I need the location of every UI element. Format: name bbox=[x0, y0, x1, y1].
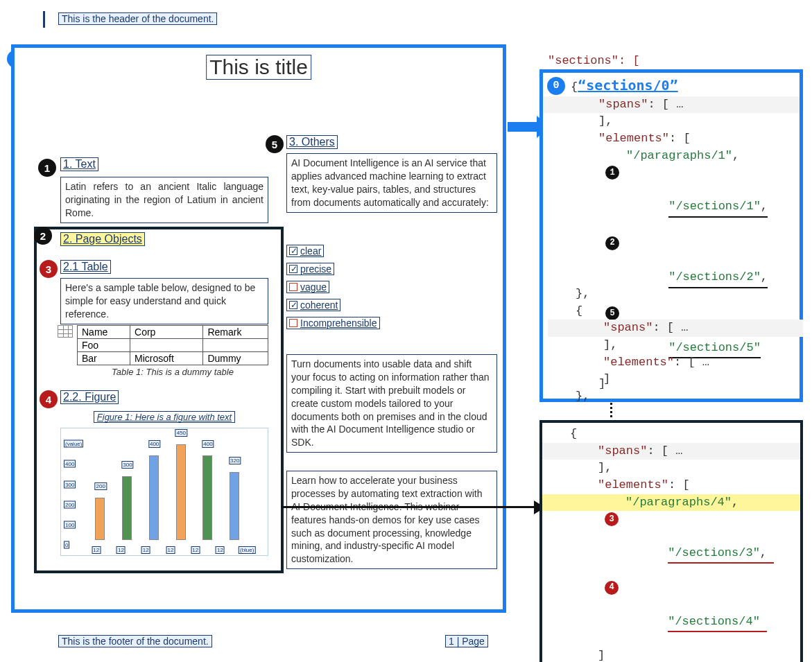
chart-xtick: 12 bbox=[141, 546, 150, 554]
json-line: 3 "/sections/3", bbox=[542, 511, 800, 580]
table-header-cell: Corp bbox=[130, 326, 203, 339]
table-caption: Table 1: This is a dummy table bbox=[77, 367, 268, 377]
chart-bar bbox=[122, 476, 132, 540]
checkbox-icon: ✓ bbox=[289, 265, 297, 273]
checkbox-icon: ✓ bbox=[289, 247, 297, 255]
chart-value-label: 300 bbox=[121, 461, 133, 469]
json-block-bottom: { "spans": [ … ], "elements": [ "/paragr… bbox=[539, 420, 803, 662]
table-row: Foo bbox=[78, 339, 268, 352]
json-line: 1 "/sections/1", bbox=[543, 164, 800, 235]
checkbox-icon bbox=[289, 283, 297, 291]
section-1-paragraph: Latin refers to an ancient Italic langua… bbox=[60, 177, 268, 223]
diagram-canvas: This is the header of the document. 0 Th… bbox=[0, 0, 812, 662]
document-header: This is the header of the document. bbox=[58, 12, 217, 25]
badge-2-json: 2 bbox=[605, 236, 619, 250]
chart-value-label: 400 bbox=[148, 440, 160, 448]
section-3-para1: AI Document Intelligence is an AI servic… bbox=[286, 153, 497, 213]
json-line: ], bbox=[542, 460, 800, 477]
check-precise: ✓precise bbox=[286, 263, 334, 275]
badge-5: 5 bbox=[266, 135, 284, 153]
check-vague: vague bbox=[286, 281, 329, 293]
json-line: ] bbox=[542, 647, 800, 662]
checkbox-icon bbox=[289, 319, 297, 327]
arrow-to-json-top bbox=[508, 122, 538, 132]
document-page: This is title 1 1. Text Latin refers to … bbox=[11, 44, 506, 613]
check-coherent: ✓coherent bbox=[286, 299, 340, 311]
chart-ytick: (value) bbox=[64, 439, 83, 447]
document-title: This is title bbox=[206, 55, 311, 80]
sample-table: Name Corp Remark Foo Bar Microsoft Dummy bbox=[77, 325, 268, 365]
chart-value-label: 320 bbox=[229, 457, 241, 464]
json-sections-open: "sections": [ bbox=[548, 53, 803, 70]
figure-caption: Figure 1: Here is a figure with text bbox=[94, 411, 235, 423]
section-3-para2: Turn documents into usable data and shif… bbox=[286, 354, 497, 453]
json-between: }, { "spans": [ … ], "elements": [ … ] }… bbox=[548, 286, 803, 405]
badge-0-json: 0 bbox=[547, 77, 565, 95]
section-2-2-heading: 2.2. Figure bbox=[60, 390, 119, 404]
check-incomprehensible: Incomprehensible bbox=[286, 317, 380, 329]
section-2-1-heading: 2.1 Table bbox=[60, 260, 111, 274]
chart-xtick: 12 bbox=[216, 546, 225, 554]
chart-xtick: 12 bbox=[166, 546, 175, 554]
chart-value-label: 200 bbox=[95, 482, 107, 490]
json-line: {“sections/0” bbox=[543, 76, 800, 96]
json-line: ], bbox=[543, 113, 800, 130]
table-header-cell: Remark bbox=[203, 326, 268, 339]
table-row: Bar Microsoft Dummy bbox=[78, 352, 268, 365]
chart-bar bbox=[230, 472, 239, 540]
document-footer: This is the footer of the document. bbox=[58, 635, 212, 647]
chart-bar bbox=[176, 444, 186, 540]
table-row: Name Corp Remark bbox=[78, 326, 268, 339]
chart-xtick: 12 bbox=[116, 546, 126, 554]
badge-4: 4 bbox=[40, 390, 58, 408]
table-icon bbox=[58, 325, 73, 338]
badge-1-json: 1 bbox=[605, 166, 619, 180]
json-line: "elements": [ bbox=[542, 477, 800, 494]
arrow-to-json-bottom bbox=[282, 506, 535, 508]
section-3-heading: 3. Others bbox=[286, 135, 338, 149]
chart-ytick: 200 bbox=[64, 500, 76, 508]
chart-xtick: (blue) bbox=[239, 546, 255, 554]
chart-ytick: 100 bbox=[64, 521, 76, 529]
json-line: "/paragraphs/4", bbox=[542, 494, 800, 512]
json-line: 4 "/sections/4" bbox=[542, 580, 800, 648]
badge-3: 3 bbox=[40, 260, 58, 278]
chart-ytick: 400 bbox=[64, 460, 76, 468]
chart-xtick: 12 bbox=[92, 546, 101, 554]
chart-ytick: 300 bbox=[64, 480, 76, 488]
chart-bar bbox=[149, 455, 159, 540]
chart-xtick: 12 bbox=[191, 546, 200, 554]
section-2-1-paragraph: Here's a sample table below, designed to… bbox=[60, 278, 268, 324]
checkbox-icon: ✓ bbox=[289, 301, 297, 309]
section-2-heading: 2. Page Objects bbox=[60, 232, 145, 246]
chart-bar bbox=[202, 455, 212, 540]
badge-2: 2 bbox=[34, 227, 52, 245]
chart-bar bbox=[95, 498, 105, 540]
chart-value-label: 400 bbox=[202, 440, 214, 448]
badge-1: 1 bbox=[38, 159, 56, 177]
json-line: { bbox=[542, 426, 800, 443]
section-1-heading: 1. Text bbox=[60, 157, 98, 171]
chart-ytick: 0 bbox=[64, 541, 69, 549]
json-line: "spans": [ … bbox=[542, 443, 800, 460]
header-bar bbox=[43, 11, 45, 28]
figure-chart: (value) 400 300 200 100 0 200 300 400 45… bbox=[60, 428, 268, 556]
badge-3-json: 3 bbox=[605, 512, 619, 526]
badge-4-json: 4 bbox=[605, 581, 619, 595]
json-line: "/paragraphs/1", bbox=[543, 148, 800, 165]
chart-plot-area: 200 300 400 450 400 320 bbox=[85, 434, 264, 540]
section-3-para3: Learn how to accelerate your business pr… bbox=[286, 471, 497, 569]
json-line: "elements": [ bbox=[543, 130, 800, 148]
check-clear: ✓clear bbox=[286, 245, 324, 257]
page-number: 1 | Page bbox=[445, 635, 488, 647]
table-header-cell: Name bbox=[78, 326, 130, 339]
chart-value-label: 450 bbox=[175, 429, 187, 437]
checkbox-list: ✓clear ✓precise vague ✓coherent Incompre… bbox=[286, 242, 497, 332]
json-line: "spans": [ … bbox=[543, 96, 800, 114]
